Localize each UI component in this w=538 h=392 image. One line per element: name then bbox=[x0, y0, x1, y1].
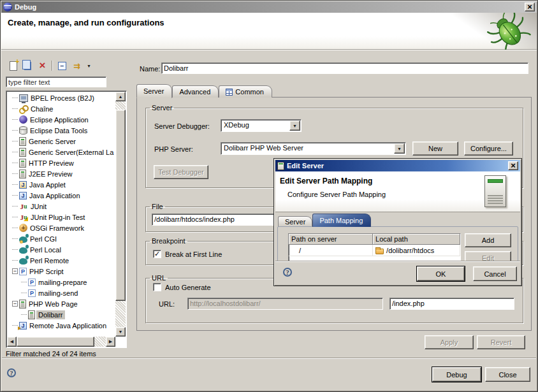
server-icon bbox=[19, 170, 26, 178]
server-debugger-select[interactable]: XDebug bbox=[221, 119, 302, 132]
tree-item[interactable]: Java Applet bbox=[8, 179, 115, 190]
delete-configuration-button[interactable] bbox=[37, 61, 48, 71]
dialog-help-icon[interactable] bbox=[283, 268, 292, 277]
scroll-left-icon[interactable] bbox=[7, 337, 17, 347]
window-close-button[interactable] bbox=[525, 3, 535, 11]
php-icon bbox=[28, 279, 36, 286]
column-local-path[interactable]: Local path bbox=[373, 234, 460, 245]
debug-button[interactable]: Debug bbox=[432, 367, 481, 382]
osgi-icon bbox=[19, 224, 27, 232]
configure-server-button[interactable]: Configure... bbox=[464, 142, 513, 156]
filter-status-text: Filter matched 24 of 24 items bbox=[6, 350, 96, 358]
filter-menu-dropdown-icon[interactable] bbox=[86, 61, 92, 71]
edit-server-titlebar[interactable]: Edit Server bbox=[275, 160, 520, 171]
tree-item[interactable]: PHP Web Page bbox=[8, 298, 115, 309]
tree-item[interactable]: Remote Java Application bbox=[8, 320, 115, 331]
tree-item[interactable]: BPEL Process (B2J) bbox=[8, 92, 115, 103]
tree-item[interactable]: Dolibarr bbox=[8, 309, 115, 320]
tree-item[interactable]: Chaîne bbox=[8, 103, 115, 114]
dropdown-arrow-icon[interactable] bbox=[289, 120, 300, 131]
window-titlebar[interactable]: Debug bbox=[1, 1, 537, 13]
filter-configurations-button[interactable] bbox=[71, 61, 82, 71]
tree-item-label: JUnit Plug-in Test bbox=[31, 214, 85, 221]
tab-advanced[interactable]: Advanced bbox=[172, 85, 219, 98]
tree-item-label: Dolibarr bbox=[36, 310, 65, 319]
tree-item[interactable]: mailing-send bbox=[8, 287, 115, 298]
tree-item[interactable]: JUnit Plug-in Test bbox=[8, 212, 115, 222]
local-path-cell: /dolibarr/htdocs bbox=[373, 245, 460, 256]
bpel-icon bbox=[19, 94, 28, 102]
horizontal-scroll-thumb[interactable] bbox=[17, 337, 94, 347]
toolbar-separator bbox=[52, 61, 53, 71]
tree-item-label: Eclipse Data Tools bbox=[30, 127, 87, 134]
perl-icon bbox=[19, 247, 27, 254]
help-icon[interactable] bbox=[7, 368, 16, 377]
tab-path-mapping[interactable]: Path Mapping bbox=[312, 214, 371, 227]
edit-mapping-button: Edit bbox=[465, 251, 511, 261]
tree-item[interactable]: PHP Script bbox=[8, 266, 115, 277]
tree-item[interactable]: JUnit bbox=[8, 201, 115, 212]
table-row[interactable]: / /dolibarr/htdocs bbox=[289, 245, 460, 256]
tree-item-label: Generic Server(External La bbox=[29, 149, 113, 156]
column-path-on-server[interactable]: Path on server bbox=[289, 234, 373, 245]
path-mapping-table[interactable]: Path on server Local path / /dolibarr/ht… bbox=[288, 233, 461, 261]
tree-item[interactable]: Generic Server bbox=[8, 136, 115, 147]
duplicate-configuration-button[interactable] bbox=[22, 61, 33, 71]
tree-item-label: Generic Server bbox=[29, 138, 76, 145]
break-at-first-line-checkbox[interactable] bbox=[153, 250, 161, 258]
tree-item[interactable]: Perl Remote bbox=[8, 255, 115, 266]
tab-server-settings[interactable]: Server bbox=[278, 216, 312, 227]
revert-button: Revert bbox=[477, 335, 525, 349]
php-icon bbox=[28, 289, 36, 297]
tab-server[interactable]: Server bbox=[136, 84, 172, 98]
configuration-name-input[interactable] bbox=[161, 62, 528, 74]
tree-item-label: OSGi Framework bbox=[30, 224, 84, 232]
tree-item[interactable]: Perl CGI bbox=[8, 233, 115, 244]
auto-generate-checkbox[interactable] bbox=[153, 283, 161, 291]
auto-generate-label: Auto Generate bbox=[165, 284, 211, 291]
tree-item[interactable]: J2EE Preview bbox=[8, 168, 115, 179]
name-label: Name: bbox=[140, 65, 160, 73]
tree-item[interactable]: mailing-prepare bbox=[8, 277, 115, 287]
collapse-all-button[interactable] bbox=[57, 61, 68, 71]
common-tab-icon bbox=[226, 89, 233, 96]
tree-item[interactable]: Java Application bbox=[8, 190, 115, 201]
tree-item-label: Perl Remote bbox=[30, 257, 69, 265]
add-mapping-button[interactable]: Add bbox=[465, 233, 511, 247]
collapse-expander-icon[interactable] bbox=[12, 301, 18, 307]
type-filter-input[interactable] bbox=[6, 76, 106, 87]
edit-server-close-button[interactable] bbox=[508, 161, 518, 170]
perl-icon bbox=[19, 258, 27, 265]
tree-vertical-scrollbar[interactable] bbox=[115, 92, 126, 337]
tree-item-label: Java Application bbox=[29, 192, 80, 200]
scroll-right-icon[interactable] bbox=[106, 337, 115, 347]
new-server-button[interactable]: New bbox=[412, 142, 458, 156]
tree-item[interactable]: Generic Server(External La bbox=[8, 147, 115, 157]
server-tower-icon bbox=[484, 175, 506, 207]
tree-item-label: PHP Web Page bbox=[29, 300, 78, 308]
folder-icon bbox=[375, 249, 384, 254]
tree-horizontal-scrollbar[interactable] bbox=[7, 337, 115, 347]
path-on-server-cell: / bbox=[289, 245, 373, 256]
tree-item[interactable]: Eclipse Application bbox=[8, 114, 115, 125]
ok-button[interactable]: OK bbox=[417, 266, 465, 281]
close-button[interactable]: Close bbox=[485, 367, 530, 382]
edit-server-subheading: Configure Server Path Mapping bbox=[287, 191, 386, 198]
php-server-select[interactable]: Dolibarr PHP Web Server bbox=[221, 142, 406, 155]
footer-separator bbox=[2, 358, 536, 359]
cancel-button[interactable]: Cancel bbox=[473, 266, 517, 281]
tree-item-label: mailing-prepare bbox=[38, 279, 87, 286]
url-path-input[interactable]: /index.php bbox=[389, 298, 514, 310]
tree-item[interactable]: OSGi Framework bbox=[8, 222, 115, 233]
new-configuration-button[interactable] bbox=[8, 61, 18, 71]
tree-item[interactable]: Perl Local bbox=[8, 244, 115, 255]
server-debugger-label: Server Debugger: bbox=[154, 122, 210, 130]
tree-item[interactable]: HTTP Preview bbox=[8, 157, 115, 168]
scroll-up-icon[interactable] bbox=[115, 92, 126, 101]
tab-common[interactable]: Common bbox=[219, 85, 272, 98]
tree-item[interactable]: Eclipse Data Tools bbox=[8, 125, 115, 136]
dropdown-arrow-icon[interactable] bbox=[394, 143, 405, 154]
scroll-down-icon[interactable] bbox=[115, 327, 126, 337]
collapse-expander-icon[interactable] bbox=[12, 268, 18, 274]
vertical-scroll-thumb[interactable] bbox=[115, 110, 126, 301]
